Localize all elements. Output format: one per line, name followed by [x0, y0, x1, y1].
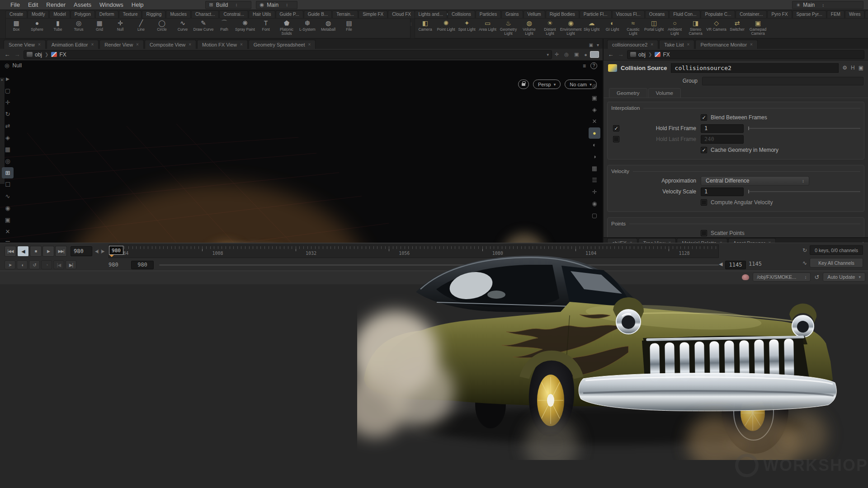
shelf-tab[interactable]: Texture — [119, 10, 142, 18]
shelf-tool[interactable]: ▤ File — [339, 19, 359, 38]
viewport-tool-icon[interactable]: ✕ — [2, 226, 14, 237]
shelf-tab[interactable]: FEM — [827, 10, 844, 18]
approximation-dropdown[interactable]: Central Difference ↕ — [701, 176, 809, 186]
shelf-tool[interactable]: ◍ Volume Light — [519, 19, 540, 38]
shelf-tool[interactable]: T Font — [255, 19, 276, 38]
shelf-tab[interactable]: Hair Utils — [249, 10, 275, 18]
folder-tab[interactable]: Geometry — [609, 88, 647, 98]
hold-last-frame-toggle[interactable] — [613, 136, 619, 142]
menu-item[interactable]: Render — [42, 1, 70, 8]
viewport-tool-icon[interactable]: ◈ — [2, 132, 14, 143]
shelf-tab[interactable]: Constrai... — [219, 10, 248, 18]
shelf-tab[interactable]: Terrain... — [332, 10, 358, 18]
viewport-tool-icon[interactable]: ↻ — [2, 108, 14, 120]
playbar-option-button[interactable]: ↺ — [29, 260, 40, 269]
back-button[interactable]: ← — [607, 51, 614, 58]
shelf-tab[interactable]: Simple FX — [359, 10, 387, 18]
pane-tab[interactable]: Take List — [659, 40, 694, 49]
shelf-tab[interactable]: Vellum — [524, 10, 545, 18]
shelf-tab[interactable]: Particle Fl... — [580, 10, 612, 18]
hold-first-frame-toggle[interactable]: ✓ — [613, 125, 619, 131]
radial-menu-selector[interactable]: ✳ Main ↕ — [792, 1, 863, 9]
viewport-tool-icon[interactable]: ◑ — [589, 151, 600, 162]
shelf-tool[interactable]: ✎ Draw Curve — [193, 19, 214, 38]
pathbar-icon[interactable]: ✛ — [555, 52, 559, 57]
pane-menu-icon[interactable]: ▾ — [597, 42, 599, 47]
shelf-tab[interactable]: Viscous Fl... — [612, 10, 645, 18]
header-icon[interactable]: ▣ — [859, 65, 863, 71]
shelf-tool[interactable]: ○ Ambient Light — [665, 19, 685, 38]
shelf-tab[interactable]: Guide B... — [304, 10, 332, 18]
shelf-tool[interactable]: ◍ Metaball — [318, 19, 339, 38]
group-field[interactable] — [702, 77, 863, 85]
viewport-tool-icon[interactable]: ▣ — [589, 92, 600, 103]
stow-bar-icon[interactable]: ≡ — [583, 63, 586, 69]
shelf-tool[interactable]: ▭ Area Light — [477, 19, 498, 38]
playbar-option-button[interactable]: ◖ — [17, 260, 28, 269]
shelf-tab[interactable]: Pyro FX — [767, 10, 792, 18]
viewport-tool-icon[interactable]: ◐ — [589, 139, 600, 150]
menu-item[interactable]: Windows — [95, 1, 127, 8]
velocity-scale-slider[interactable] — [748, 191, 860, 192]
shelf-tool[interactable]: ❋ Spray Paint — [235, 19, 255, 38]
key-all-channels-button[interactable]: Key All Channels — [810, 258, 863, 267]
shelf-tool[interactable]: ◯ Circle — [151, 19, 172, 38]
playhead-marker[interactable] — [109, 255, 114, 257]
shelf-tab[interactable]: Collisions — [448, 10, 475, 18]
viewport-tool-icon[interactable]: ▦ — [589, 163, 600, 174]
range-slider-track[interactable] — [159, 264, 719, 266]
viewport-tool-icon[interactable]: ☰ — [589, 174, 600, 186]
menu-item[interactable]: Edit — [24, 1, 42, 8]
forward-button[interactable]: → — [14, 51, 21, 58]
playback-button[interactable]: ◀ — [17, 246, 29, 257]
pane-tab[interactable]: Motion FX View — [197, 40, 248, 49]
playbar-option-button[interactable]: ▶| — [66, 260, 76, 269]
pane-tab[interactable]: Scene View — [4, 40, 46, 49]
breadcrumb[interactable]: obj ❯ FX ▾ — [24, 50, 552, 59]
pane-tab[interactable]: Animation Editor — [47, 40, 99, 49]
shelf-tool[interactable]: ≈ Caustic Light — [623, 19, 644, 38]
playhead-frame-box[interactable]: 980 — [109, 246, 123, 255]
shelf-tab[interactable]: Fluid Con... — [669, 10, 700, 18]
hold-first-frame-slider[interactable] — [748, 128, 860, 129]
shelf-tool[interactable]: ☁ Sky Light — [581, 19, 602, 38]
shelf-tool[interactable]: ✺ Point Light — [436, 19, 457, 38]
shelf-tool[interactable]: ◫ Portal Light — [644, 19, 665, 38]
path-root[interactable]: obj — [638, 52, 646, 58]
viewport-tool-icon[interactable]: ◎ — [2, 155, 14, 167]
pathbar-icon[interactable]: ▣ — [574, 52, 579, 57]
pathbar-icon[interactable]: ● — [584, 52, 587, 57]
shelf-tab[interactable]: Guide P... — [276, 10, 303, 18]
frame-ruler[interactable]: 984100810321056108011041128 980 — [108, 244, 719, 258]
pane-tab[interactable]: Geometry Spreadsheet — [249, 40, 316, 49]
shelf-set-selector[interactable]: ◉ Main ↕ — [256, 1, 297, 9]
playback-button[interactable]: |◀◀ — [5, 246, 16, 257]
shelf-tool[interactable]: ♨ Geometry Light — [498, 19, 519, 38]
cook-op-path-dropdown[interactable]: /obj/FX/SMOKE... ↕ — [753, 272, 811, 282]
scatter-points-checkbox[interactable] — [701, 230, 707, 236]
shelf-tab[interactable]: Sparse Pyr... — [793, 10, 826, 18]
pane-tab[interactable]: collisionsource2 — [607, 40, 658, 49]
header-icon[interactable]: ⚙ — [842, 65, 847, 71]
shelf-tool[interactable]: ◇ VR Camera — [706, 19, 727, 38]
pane-tab[interactable]: Performance Monitor — [695, 40, 758, 49]
shelf-tab[interactable]: Rigid Bodies — [546, 10, 579, 18]
menu-item[interactable]: Help — [127, 1, 148, 8]
path-node[interactable]: FX — [59, 52, 66, 58]
path-dropdown-icon[interactable]: ▾ — [547, 52, 549, 57]
viewport-tool-icon[interactable]: ⇄ — [2, 120, 14, 131]
shelf-tool[interactable]: ╱ Line — [131, 19, 151, 38]
header-icon[interactable]: H — [851, 65, 855, 71]
playback-button[interactable]: ▶ — [42, 246, 54, 257]
shelf-tab[interactable]: Grains — [501, 10, 523, 18]
shelf-tool[interactable]: ◉ Environment Light — [561, 19, 581, 38]
shelf-tab[interactable]: Populate C... — [701, 10, 735, 18]
shelf-tool[interactable]: ● Sphere — [27, 19, 47, 38]
back-button[interactable]: ← — [4, 51, 11, 58]
viewport[interactable]: ◎ Null ≡ ? Persp ▾ No cam ▾ — [0, 61, 603, 243]
shelf-tool[interactable]: ∿ Curve — [172, 19, 193, 38]
shelf-tab[interactable]: Muscles — [166, 10, 191, 18]
range-slider-handle[interactable]: ◀ — [719, 261, 722, 267]
playbar-option-button[interactable]: ➤ — [5, 260, 15, 269]
desktop-selector[interactable]: ⊞ Build ↕ — [205, 1, 251, 9]
